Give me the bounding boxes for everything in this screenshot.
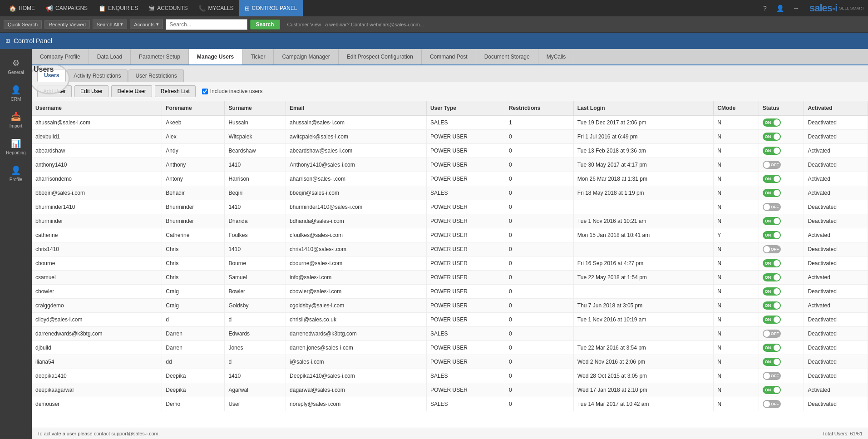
status-toggle[interactable]: ON xyxy=(763,133,781,141)
status-toggle[interactable]: OFF xyxy=(763,245,781,253)
add-user-button[interactable]: Add User xyxy=(37,85,72,97)
status-toggle[interactable]: ON xyxy=(763,217,781,225)
sidebar-item-import[interactable]: 📥 Import xyxy=(0,107,32,133)
help-icon[interactable]: ? xyxy=(759,2,771,15)
status-toggle[interactable]: ON xyxy=(763,231,781,239)
tab-data-load[interactable]: Data Load xyxy=(89,49,131,64)
nav-item-mycalls[interactable]: 📞 MYCALLS xyxy=(193,0,239,16)
status-toggle[interactable]: ON xyxy=(763,273,781,281)
status-toggle[interactable]: ON xyxy=(763,147,781,155)
tab-document-storage[interactable]: Document Storage xyxy=(476,49,538,64)
cell-restrictions: 0 xyxy=(505,256,573,271)
status-toggle[interactable]: OFF xyxy=(763,203,781,211)
status-toggle[interactable]: ON xyxy=(763,287,781,296)
cell-usertype: POWER USER xyxy=(426,214,505,228)
status-toggle[interactable]: ON xyxy=(763,175,781,183)
table-row[interactable]: aharrisondemo Antony Harrison aharrison@… xyxy=(32,172,868,186)
status-toggle[interactable]: OFF xyxy=(763,330,781,338)
tab-command-post[interactable]: Command Post xyxy=(422,49,476,64)
subtab-users[interactable]: Users xyxy=(37,69,66,82)
cell-usertype: POWER USER xyxy=(426,242,505,256)
table-row[interactable]: djbuild Darren Jones darren.jones@sales-… xyxy=(32,341,868,355)
cell-usertype: POWER USER xyxy=(426,130,505,144)
users-table-container: Username Forename Surname Email User Typ… xyxy=(32,101,868,428)
status-toggle[interactable]: ON xyxy=(763,344,781,352)
cell-cmode: N xyxy=(714,242,759,256)
status-toggle[interactable]: OFF xyxy=(763,372,781,380)
nav-item-accounts[interactable]: 🏛 ACCOUNTS xyxy=(143,0,193,16)
refresh-list-button[interactable]: Refresh List xyxy=(155,85,196,97)
status-toggle[interactable]: ON xyxy=(763,189,781,197)
table-row[interactable]: cbowler Craig Bowler cbowler@sales-i.com… xyxy=(32,285,868,299)
tab-manage-users[interactable]: Manage Users xyxy=(189,49,242,65)
table-row[interactable]: bhurminder1410 Bhurminder 1410 bhurminde… xyxy=(32,200,868,214)
table-row[interactable]: deepikaagarwal Deepika Agarwal dagarwal@… xyxy=(32,383,868,397)
edit-user-button[interactable]: Edit User xyxy=(74,85,108,97)
sidebar-label-general: General xyxy=(8,70,24,75)
tab-edit-prospect[interactable]: Edit Prospect Configuration xyxy=(339,49,422,64)
table-row[interactable]: clloyd@sales-i.com d d chrisll@sales.co.… xyxy=(32,313,868,327)
include-inactive-checkbox[interactable] xyxy=(202,89,208,94)
cell-restrictions: 0 xyxy=(505,130,573,144)
sidebar-item-general[interactable]: ⚙ General xyxy=(0,54,32,79)
search-input[interactable] xyxy=(166,19,247,30)
table-row[interactable]: cbourne Chris Bourne cbourne@sales-i.com… xyxy=(32,256,868,271)
cell-forename: Craig xyxy=(162,299,225,313)
table-row[interactable]: abeardshaw Andy Beardshaw abeardshaw@sal… xyxy=(32,144,868,158)
table-row[interactable]: csamuel Chris Samuel info@sales-i.com PO… xyxy=(32,271,868,285)
cell-email: cbourne@sales-i.com xyxy=(286,256,427,271)
search-button[interactable]: Search xyxy=(250,20,280,30)
table-row[interactable]: iliana54 dd d i@sales-i.com POWER USER 0… xyxy=(32,355,868,369)
cell-lastlogin xyxy=(573,327,713,341)
status-toggle[interactable]: ON xyxy=(763,316,781,324)
subtab-user-restrictions[interactable]: User Restrictions xyxy=(128,69,183,82)
cell-email: ahussain@sales-i.com xyxy=(286,115,427,130)
subtab-activity-restrictions[interactable]: Activity Restrictions xyxy=(67,69,128,82)
table-row[interactable]: darrenedwards@k3btg.com Darren Edwards d… xyxy=(32,327,868,341)
table-footer: To activate a user please contact suppor… xyxy=(32,428,868,439)
tab-campaign-manager[interactable]: Campaign Manager xyxy=(274,49,338,64)
table-row[interactable]: ahussain@sales-i.com Akeeb Hussain ahuss… xyxy=(32,115,868,130)
cell-lastlogin: Wed 28 Oct 2015 at 3:05 pm xyxy=(573,369,713,383)
status-toggle[interactable]: ON xyxy=(763,386,781,394)
quick-search-button[interactable]: Quick Search xyxy=(4,20,42,29)
tab-mycalls[interactable]: MyCalls xyxy=(538,49,575,64)
cell-status: ON xyxy=(759,172,804,186)
nav-item-campaigns[interactable]: 📢 CAMPAIGNS xyxy=(40,0,93,16)
user-icon[interactable]: 👤 xyxy=(774,2,787,15)
recently-viewed-button[interactable]: Recently Viewed xyxy=(44,20,90,29)
status-toggle[interactable]: ON xyxy=(763,358,781,366)
nav-item-home[interactable]: 🏠 HOME xyxy=(4,0,40,16)
tab-company-profile[interactable]: Company Profile xyxy=(32,49,89,64)
nav-item-enquiries[interactable]: 📋 ENQUIRIES xyxy=(93,0,143,16)
table-row[interactable]: craiggdemo Craig Goldsby cgoldsby@sales-… xyxy=(32,299,868,313)
arrow-icon[interactable]: → xyxy=(789,2,802,15)
cell-status: ON xyxy=(759,271,804,285)
sidebar-item-profile[interactable]: 👤 Profile xyxy=(0,161,32,187)
table-row[interactable]: anthony1410 Anthony 1410 Anthony1410@sal… xyxy=(32,158,868,172)
status-toggle[interactable]: OFF xyxy=(763,161,781,169)
cell-lastlogin: Tue 1 Nov 2016 at 10:19 am xyxy=(573,313,713,327)
tab-parameter-setup[interactable]: Parameter Setup xyxy=(131,49,189,64)
table-row[interactable]: chris1410 Chris 1410 chris1410@sales-i.c… xyxy=(32,242,868,256)
nav-item-controlpanel[interactable]: ⊞ CONTROL PANEL xyxy=(239,0,303,16)
sidebar-item-crm[interactable]: 👤 CRM xyxy=(0,80,32,106)
status-toggle[interactable]: ON xyxy=(763,118,781,127)
delete-user-button[interactable]: Delete User xyxy=(111,85,152,97)
status-toggle[interactable]: OFF xyxy=(763,400,781,408)
cell-surname: d xyxy=(225,313,286,327)
status-toggle[interactable]: ON xyxy=(763,301,781,310)
cell-surname: Beqiri xyxy=(225,186,286,200)
sidebar-item-reporting[interactable]: 📊 Reporting xyxy=(0,134,32,160)
cp-header: ⊞ Control Panel xyxy=(0,33,868,49)
table-row[interactable]: bbeqiri@sales-i.com Behadir Beqiri bbeqi… xyxy=(32,186,868,200)
table-row[interactable]: catherine Catherine Foulkes cfoulkes@sal… xyxy=(32,228,868,242)
table-row[interactable]: demouser Demo User noreply@sales-i.com S… xyxy=(32,397,868,411)
table-row[interactable]: deepika1410 Deepika 1410 Deepika1410@sal… xyxy=(32,369,868,383)
tab-ticker[interactable]: Ticker xyxy=(242,49,274,64)
table-row[interactable]: bhurminder Bhurminder Dhanda bdhanda@sal… xyxy=(32,214,868,228)
accounts-dropdown[interactable]: Accounts ▾ xyxy=(130,20,163,29)
status-toggle[interactable]: ON xyxy=(763,259,781,267)
table-row[interactable]: alexbuild1 Alex Witcpalek awitcpalek@sal… xyxy=(32,130,868,144)
search-all-dropdown[interactable]: Search All ▾ xyxy=(93,20,128,29)
